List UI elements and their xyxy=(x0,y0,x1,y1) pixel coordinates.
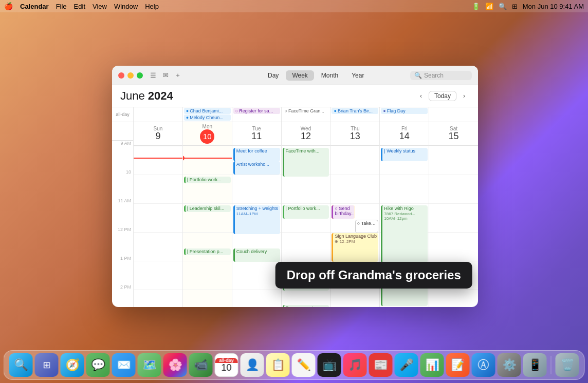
day-name-mon: Mon xyxy=(203,124,212,129)
maximize-button[interactable] xyxy=(137,72,143,79)
dock-icon-settings[interactable]: ⚙️ xyxy=(498,353,521,377)
event-couch-tue[interactable]: Couch delivery xyxy=(233,248,280,262)
apple-menu[interactable]: 🍎 xyxy=(4,2,13,10)
traffic-lights xyxy=(118,72,143,79)
today-button[interactable]: Today xyxy=(429,91,456,101)
dock-icon-keynote[interactable]: 🎤 xyxy=(395,353,418,377)
allday-event-flagday[interactable]: ● Flag Day xyxy=(381,108,428,114)
day-number-mon: 10 xyxy=(200,129,214,144)
allday-cells: ● Chad Benjami... ● Melody Cheun... ○ Re… xyxy=(134,107,478,122)
window-titlebar: ☰ ✉ + Day Week Month Year 🔍 Search xyxy=(112,66,478,85)
event-artist-tue[interactable]: Artist worksho... xyxy=(233,161,280,175)
current-time-mon: 9:41 xyxy=(183,158,232,159)
menu-help[interactable]: Help xyxy=(145,3,159,10)
dock-icon-appletv[interactable]: 📺 xyxy=(318,353,341,377)
allday-event-birthday[interactable]: ● Brian Tran's Bir... xyxy=(332,108,378,114)
day-number-fri: 14 xyxy=(399,131,410,142)
close-button[interactable] xyxy=(118,72,124,79)
dock-icon-pages[interactable]: 📝 xyxy=(446,353,470,377)
day-header-fri: Fri 14 xyxy=(380,122,429,146)
add-event-button[interactable]: ✉ xyxy=(161,71,170,80)
dock-icon-finder[interactable]: 🔍 xyxy=(9,353,33,377)
event-team-wed[interactable]: Team presenta... xyxy=(283,305,329,307)
event-luna-thu[interactable]: ○ Take Luna to th... xyxy=(355,220,378,233)
dock-icon-trash[interactable]: 🗑️ xyxy=(556,353,579,377)
event-signlang-thu[interactable]: Sign Language Club ⊕ 12–2PM xyxy=(332,233,378,262)
menubar-left: 🍎 Calendar File Edit View Window Help xyxy=(4,2,159,10)
window-controls: ☰ ✉ + xyxy=(149,71,182,80)
dock-icon-messages[interactable]: 💬 xyxy=(86,353,110,377)
event-coffee-tue[interactable]: Meet for coffee xyxy=(233,148,280,161)
dock-icon-contacts[interactable]: 👤 xyxy=(241,353,264,377)
dock-icon-iphone[interactable]: 📱 xyxy=(523,353,547,377)
prev-period-button[interactable]: ‹ xyxy=(415,90,427,102)
time-label-12pm: 12 PM xyxy=(118,227,131,232)
day-body-tue[interactable]: Meet for coffee Artist worksho... Stretc… xyxy=(232,146,281,307)
search-icon: 🔍 xyxy=(414,72,422,79)
allday-cell-tue: ○ Register for sa... xyxy=(232,107,282,122)
dock-icon-music[interactable]: 🎵 xyxy=(343,353,367,377)
calendar-dock-date: 10 xyxy=(221,363,231,372)
dock-icon-safari[interactable]: 🧭 xyxy=(61,353,84,377)
allday-cell-wed: ○ FaceTime Gran... xyxy=(282,107,331,122)
tab-month[interactable]: Month xyxy=(315,70,344,81)
allday-cell-fri: ● Flag Day xyxy=(380,107,429,122)
day-header-sun: Sun 9 xyxy=(134,122,182,146)
allday-cell-mon: ● Chad Benjami... ● Melody Cheun... xyxy=(183,107,232,122)
menu-file[interactable]: File xyxy=(56,3,67,10)
dock-icon-photos[interactable]: 🌸 xyxy=(163,353,187,377)
new-event-button[interactable]: + xyxy=(174,71,182,80)
event-presentation-mon[interactable]: | Presentation p... xyxy=(184,248,231,255)
time-label-9am: 9 AM xyxy=(120,141,131,146)
datetime-display: Mon Jun 10 9:41 AM xyxy=(523,3,584,10)
search-box[interactable]: 🔍 Search xyxy=(410,71,472,80)
dock: 🔍 ⊞ 🧭 💬 ✉️ 🗺️ 🌸 📹 all-day 10 👤 📋 ✏️ 📺 🎵 … xyxy=(4,350,585,380)
dock-icon-freeform[interactable]: ✏️ xyxy=(292,353,316,377)
day-header-sat: Sat 15 xyxy=(429,122,478,146)
dock-icon-calendar[interactable]: all-day 10 xyxy=(215,353,238,377)
day-number-sun: 9 xyxy=(155,131,160,142)
dock-icon-numbers[interactable]: 📊 xyxy=(420,353,444,377)
day-header-wed: Wed 12 xyxy=(282,122,330,146)
minimize-button[interactable] xyxy=(127,72,134,79)
event-facetime-wed[interactable]: FaceTime with... xyxy=(283,148,329,177)
dock-icon-mail[interactable]: ✉️ xyxy=(112,353,136,377)
event-stretching-tue[interactable]: Stretching + weights 11AM–1PM xyxy=(233,205,280,234)
event-sendbday2-thu[interactable]: ○ Send birthday... xyxy=(332,205,354,219)
menu-edit[interactable]: Edit xyxy=(74,3,85,10)
dock-icon-appstore[interactable]: Ⓐ xyxy=(472,353,495,377)
allday-event-facetime[interactable]: ○ FaceTime Gran... xyxy=(283,108,329,114)
dock-icon-facetime[interactable]: 📹 xyxy=(189,353,213,377)
tab-week[interactable]: Week xyxy=(286,70,314,81)
day-body-sun[interactable] xyxy=(134,146,182,307)
menu-view[interactable]: View xyxy=(93,3,107,10)
menu-window[interactable]: Window xyxy=(114,3,138,10)
allday-event-register[interactable]: ○ Register for sa... xyxy=(233,108,280,114)
dock-icon-reminders[interactable]: 📋 xyxy=(266,353,290,377)
event-portfolio-mon[interactable]: | Portfolio work... xyxy=(184,177,231,183)
day-number-tue: 11 xyxy=(251,131,262,142)
allday-event-melody[interactable]: ● Melody Cheun... xyxy=(184,114,231,121)
dock-icon-news[interactable]: 📰 xyxy=(369,353,393,377)
tab-day[interactable]: Day xyxy=(262,70,285,81)
dock-icon-launchpad[interactable]: ⊞ xyxy=(35,353,59,377)
app-name[interactable]: Calendar xyxy=(20,3,49,10)
event-portfolio-wed[interactable]: | Portfolio work... xyxy=(283,205,329,219)
control-center-icon[interactable]: ⊞ xyxy=(512,3,518,10)
sidebar-toggle[interactable]: ☰ xyxy=(149,71,157,80)
battery-icon: 🔋 xyxy=(472,3,480,10)
event-hike-fri[interactable]: Hike with Rigo 7867 Redwood... 10AM–12pm xyxy=(381,205,428,263)
event-weekly-fri[interactable]: | Weekly status xyxy=(381,148,428,161)
spotlight-icon[interactable]: 🔍 xyxy=(499,3,507,10)
day-header-thu: Thu 13 xyxy=(330,122,379,146)
day-col-sun: Sun 9 xyxy=(134,122,183,307)
tab-year[interactable]: Year xyxy=(345,70,370,81)
next-period-button[interactable]: › xyxy=(458,90,470,102)
wifi-icon: 📶 xyxy=(485,3,493,10)
event-leadership-mon[interactable]: | Leadership skil... xyxy=(184,205,231,212)
allday-event-chad[interactable]: ● Chad Benjami... xyxy=(184,108,231,114)
dock-icon-maps[interactable]: 🗺️ xyxy=(138,353,161,377)
day-number-wed: 12 xyxy=(301,131,311,142)
time-column: 9 AM 10 11 AM 12 PM 1 PM 2 PM 3 PM 4 PM … xyxy=(112,122,134,307)
day-body-mon[interactable]: 9:41 | Portfolio work... | Leadership sk… xyxy=(183,146,232,307)
